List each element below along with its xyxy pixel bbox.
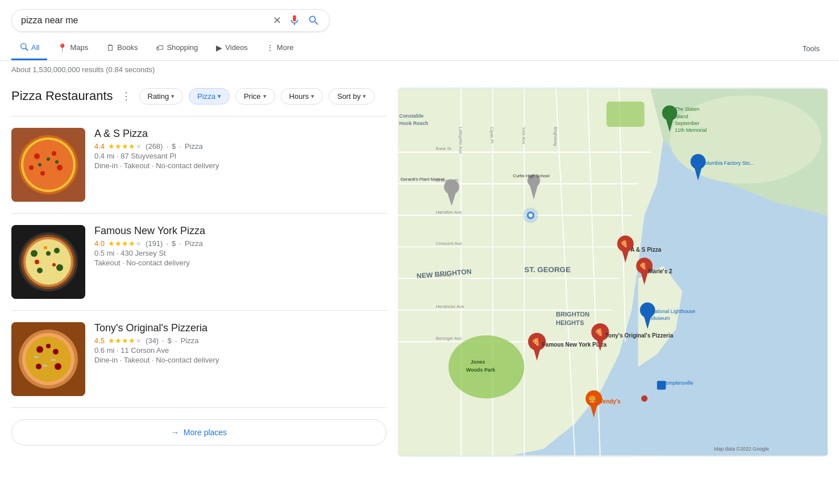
search-bar-container: ✕ <box>0 0 839 36</box>
category: Pizza <box>185 142 203 151</box>
review-count: (191) <box>146 239 163 248</box>
svg-point-19 <box>31 250 38 257</box>
svg-text:Bank St: Bank St <box>436 146 452 151</box>
microphone-icon <box>288 14 301 27</box>
svg-point-23 <box>46 251 51 256</box>
filter-pizza[interactable]: Pizza ▾ <box>189 88 230 105</box>
svg-point-11 <box>47 157 50 161</box>
tab-shopping[interactable]: 🏷 Shopping <box>148 38 206 60</box>
all-icon <box>19 42 28 53</box>
restaurant-card[interactable]: Tony's Original's Pizzeria 4.5 ★★★★★ (34… <box>11 311 387 408</box>
svg-point-124 <box>641 395 647 402</box>
filter-hours-label: Hours <box>289 92 309 101</box>
restaurant-card[interactable]: Famous New York Pizza 4.0 ★★★★★ (191) · … <box>11 214 387 311</box>
more-places-arrow: → <box>171 428 179 437</box>
svg-text:Constable: Constable <box>399 113 423 119</box>
more-places-container: → More places <box>11 408 387 457</box>
tab-maps[interactable]: 📍 Maps <box>49 38 96 60</box>
svg-text:The Staten: The Staten <box>675 107 699 113</box>
books-icon: 🗒 <box>106 43 114 52</box>
map-svg: Jones Woods Park NEW BRIGHTON BRIGHTON H… <box>398 88 828 457</box>
svg-text:Hook Reach: Hook Reach <box>399 120 428 126</box>
rating-number: 4.5 <box>94 336 105 345</box>
more-places-label: More places <box>184 428 227 437</box>
tab-all[interactable]: All <box>11 36 47 60</box>
tab-books[interactable]: 🗒 Books <box>98 38 146 60</box>
tab-videos[interactable]: ▶ Videos <box>208 38 256 60</box>
restaurant-info: A & S Pizza 4.4 ★★★★★ (268) · $ · Pizza … <box>94 128 387 170</box>
close-icon: ✕ <box>273 14 281 27</box>
tab-more[interactable]: ⋮ More <box>258 38 302 60</box>
search-input[interactable] <box>21 15 273 26</box>
restaurant-name: Tony's Original's Pizzeria <box>94 322 387 334</box>
star-rating: ★★★★★ <box>108 336 142 345</box>
svg-text:Tompkinsville: Tompkinsville <box>663 380 693 386</box>
svg-point-32 <box>53 349 59 355</box>
more-options-icon[interactable]: ⋮ <box>119 88 134 105</box>
videos-icon: ▶ <box>216 43 222 52</box>
clear-button[interactable]: ✕ <box>273 14 281 27</box>
tools-button[interactable]: Tools <box>795 39 828 59</box>
svg-text:Benziger Ave: Benziger Ave <box>436 336 462 341</box>
svg-point-22 <box>37 268 43 273</box>
svg-text:Crescent Ave: Crescent Ave <box>436 241 462 246</box>
star-rating: ★★★★★ <box>108 239 142 248</box>
svg-point-25 <box>52 263 56 266</box>
svg-text:A & S Pizza: A & S Pizza <box>630 247 662 253</box>
results-meta: About 1,530,000,000 results (0.84 second… <box>0 61 839 78</box>
voice-search-button[interactable] <box>288 14 301 27</box>
svg-point-21 <box>56 264 63 271</box>
filter-hours[interactable]: Hours ▾ <box>281 88 323 105</box>
tab-maps-label: Maps <box>70 43 88 52</box>
svg-text:Museum: Museum <box>651 315 670 321</box>
svg-text:🍕: 🍕 <box>595 328 604 337</box>
chevron-down-icon: ▾ <box>263 93 267 100</box>
more-dots-icon: ⋮ <box>266 43 274 52</box>
svg-text:BRIGHTON: BRIGHTON <box>556 311 589 318</box>
svg-text:Gerardi's Plant Market: Gerardi's Plant Market <box>400 177 445 182</box>
chevron-down-icon: ▾ <box>363 93 366 100</box>
svg-text:Woods Park: Woods Park <box>466 367 495 373</box>
tab-videos-label: Videos <box>225 43 248 52</box>
section-title: Pizza Restaurants <box>11 89 113 103</box>
map-panel[interactable]: Jones Woods Park NEW BRIGHTON BRIGHTON H… <box>398 88 828 457</box>
svg-text:National Lighthouse: National Lighthouse <box>651 309 696 314</box>
svg-text:HEIGHTS: HEIGHTS <box>556 319 584 326</box>
review-count: (268) <box>146 142 163 151</box>
restaurant-card[interactable]: A & S Pizza 4.4 ★★★★★ (268) · $ · Pizza … <box>11 116 387 214</box>
tab-all-label: All <box>31 43 39 52</box>
restaurant-address: 0.6 mi · 11 Corson Ave <box>94 346 387 355</box>
price: $ <box>172 142 176 151</box>
price: $ <box>172 239 176 248</box>
svg-text:Map data ©2022 Google: Map data ©2022 Google <box>714 446 769 452</box>
category: Pizza <box>181 336 199 345</box>
filter-sort-by[interactable]: Sort by ▾ <box>329 88 375 105</box>
main-content: Pizza Restaurants ⋮ Rating ▾ Pizza ▾ Pri… <box>0 78 839 457</box>
svg-text:Lafayette Ave: Lafayette Ave <box>458 127 463 153</box>
svg-text:Tony's Original's Pizzeria: Tony's Original's Pizzeria <box>605 332 674 339</box>
svg-point-24 <box>35 260 39 264</box>
restaurant-image <box>11 128 85 202</box>
restaurant-services: Dine-in · Takeout · No-contact delivery <box>94 356 387 364</box>
rating-row: 4.4 ★★★★★ (268) · $ · Pizza <box>94 142 387 151</box>
review-count: (34) <box>146 336 159 345</box>
more-places-button[interactable]: → More places <box>11 419 387 445</box>
chevron-down-icon: ▾ <box>311 93 314 100</box>
svg-text:🍕: 🍕 <box>620 240 628 248</box>
rating-row: 4.0 ★★★★★ (191) · $ · Pizza <box>94 239 387 248</box>
maps-icon: 📍 <box>57 43 67 52</box>
search-icon <box>308 14 320 27</box>
restaurant-info: Tony's Original's Pizzeria 4.5 ★★★★★ (34… <box>94 322 387 364</box>
search-bar: ✕ <box>11 9 330 32</box>
svg-text:Famous New York Pizza: Famous New York Pizza <box>542 341 607 348</box>
svg-text:Island: Island <box>675 114 688 119</box>
filter-rating[interactable]: Rating ▾ <box>139 88 184 105</box>
filter-price-label: Price <box>244 92 261 101</box>
pizza-image-1 <box>11 128 85 202</box>
tab-books-label: Books <box>117 43 138 52</box>
restaurant-address: 0.5 mi · 430 Jersey St <box>94 249 387 257</box>
filter-price[interactable]: Price ▾ <box>235 88 275 105</box>
search-button[interactable] <box>308 14 320 27</box>
rating-row: 4.5 ★★★★★ (34) · $ · Pizza <box>94 336 387 345</box>
category: Pizza <box>185 239 203 248</box>
